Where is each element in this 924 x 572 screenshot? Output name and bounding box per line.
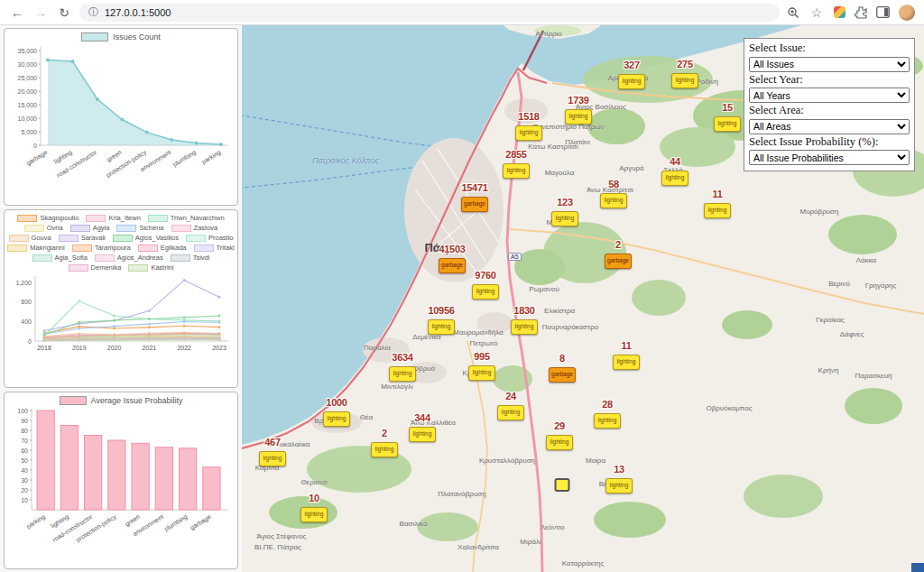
map-label: Οβρυόκαμπος <box>706 404 752 412</box>
svg-text:90: 90 <box>21 417 28 423</box>
areas-legend-item[interactable]: Agios_Vasilios <box>113 234 179 243</box>
areas-legend-item[interactable]: Ovria <box>24 224 63 233</box>
map-label: Κρυσταλλόβρυση <box>479 457 535 465</box>
toolbar-right-icons: ☆ <box>787 5 915 21</box>
svg-text:2023: 2023 <box>212 345 226 351</box>
map-marker-lighting[interactable]: 344lighting <box>409 413 436 442</box>
areas-legend-item[interactable]: Proastio <box>186 234 234 243</box>
map-marker-garbage[interactable]: 2garbage <box>605 240 632 269</box>
profile-avatar[interactable] <box>899 5 915 21</box>
map-label: Κάτω Καστρίτσι <box>528 143 578 151</box>
map-marker-garbage[interactable]: 8garbage <box>549 354 576 383</box>
areas-legend-item[interactable]: Agyia <box>70 224 110 233</box>
areas-legend-item[interactable]: Gouva <box>9 234 51 243</box>
areas-legend-item[interactable]: Eglikada <box>138 244 187 253</box>
svg-text:800: 800 <box>21 300 32 306</box>
map-marker-lighting[interactable]: 10lighting <box>300 494 328 522</box>
map-marker-lighting[interactable]: 327lighting <box>618 60 645 89</box>
map-marker-garbage[interactable]: 41503garbage <box>439 244 466 273</box>
map-label: Άγιος Στέφανος <box>257 532 307 540</box>
issues-count-legend-label: Issues Count <box>113 32 161 42</box>
site-info-icon[interactable]: ⓘ <box>88 5 98 19</box>
refresh-icon[interactable]: ↻ <box>56 6 72 19</box>
map-marker-lighting[interactable]: 11lighting <box>704 189 731 218</box>
extension-icon[interactable] <box>834 6 845 18</box>
year-filter-select[interactable]: All Years <box>749 88 910 103</box>
areas-legend-item[interactable]: Kria_Itewn <box>86 214 140 223</box>
map-marker-garbage[interactable]: 15471garbage <box>461 183 488 212</box>
map-label: Δάφνες <box>840 330 864 338</box>
map-container[interactable]: Πατραϊκός ΚόλποςΑντίρριοΑραχωβίτικαΚάτω … <box>242 25 924 572</box>
url-bar[interactable]: ⓘ 127.0.0.1:5000 <box>79 4 780 22</box>
area-filter-label: Select Area: <box>749 104 910 117</box>
map-marker-lighting[interactable]: 11lighting <box>613 341 640 370</box>
probability-filter-label: Select Issue Probability (%): <box>749 135 910 149</box>
issue-filter-label: Select Issue: <box>749 42 910 55</box>
map-label: Χαλανδρίτσα <box>457 543 499 551</box>
map-marker-lighting[interactable]: 2lighting <box>371 429 398 457</box>
areas-legend-item[interactable]: Tarampoura <box>72 244 131 253</box>
map-marker-lighting[interactable]: 467lighting <box>259 438 286 466</box>
forward-icon[interactable]: → <box>32 6 49 19</box>
areas-legend-item[interactable]: Kastrini <box>128 263 173 272</box>
map-marker-lighting[interactable]: 44lighting <box>661 157 688 186</box>
map-label: ΒΙ.ΠΕ. Πάτρας <box>254 543 301 551</box>
issues-count-legend-swatch <box>81 32 108 42</box>
map-label: Καταρράκτης <box>562 559 605 567</box>
browser-toolbar: ← → ↻ ⓘ 127.0.0.1:5000 ☆ <box>0 0 924 25</box>
map-label: Μοίρα <box>586 457 605 465</box>
areas-legend-item[interactable]: Agios_Andreas <box>95 254 163 263</box>
probability-filter-select[interactable]: All Issue Probabilities <box>749 150 910 165</box>
issue-filter-select[interactable]: All Issues <box>749 57 910 72</box>
areas-legend-item[interactable]: Zastova <box>171 224 218 233</box>
map-label: Πλατανόβρυση <box>438 490 485 498</box>
map-marker-lighting[interactable]: 15lighting <box>714 103 741 132</box>
areas-trend-chart: 04008001,200201820192020202120222023 <box>6 272 236 361</box>
areas-legend-item[interactable]: Makrigianni <box>7 244 64 253</box>
zoom-icon[interactable] <box>787 6 799 19</box>
map-marker-lighting[interactable]: 3634lighting <box>389 353 416 382</box>
map-marker-lighting[interactable]: 2855lighting <box>503 150 530 179</box>
map-marker-lighting[interactable]: 10956lighting <box>428 306 455 335</box>
map-marker-lighting[interactable]: 24lighting <box>497 392 524 420</box>
map-marker-lighting[interactable]: 9760lighting <box>472 271 499 300</box>
areas-legend-item[interactable]: Demenika <box>69 263 122 272</box>
svg-text:400: 400 <box>21 318 32 325</box>
map-marker-lighting[interactable]: 275lighting <box>671 60 698 88</box>
map-label: Ρωμανού <box>529 285 559 293</box>
side-panel-icon[interactable] <box>876 6 890 18</box>
areas-legend-item[interactable]: Agia_Sofia <box>32 254 88 263</box>
map-marker-selected[interactable] <box>555 478 570 494</box>
svg-text:road-constructor: road-constructor <box>51 512 94 542</box>
map-marker-lighting[interactable]: 995lighting <box>468 352 495 381</box>
map-marker-lighting[interactable]: 28lighting <box>594 400 621 429</box>
areas-legend-item[interactable]: Tsivdi <box>171 254 210 263</box>
areas-legend-item[interactable]: Saravali <box>59 234 106 243</box>
map-marker-lighting[interactable]: 1739lighting <box>565 96 592 125</box>
svg-text:10,000: 10,000 <box>18 115 38 122</box>
bookmark-star-icon[interactable]: ☆ <box>808 6 825 19</box>
areas-legend-item[interactable]: Sichena <box>116 224 163 233</box>
map-marker-lighting[interactable]: 29lighting <box>546 421 573 450</box>
map-marker-lighting[interactable]: 123lighting <box>551 198 578 226</box>
svg-text:50: 50 <box>21 457 28 463</box>
map-marker-lighting[interactable]: 1000lighting <box>323 398 350 427</box>
areas-legend-item[interactable]: Triwn_Navarchwn <box>148 214 225 223</box>
map-label: Γρηγόρης <box>865 281 897 290</box>
map-label: Οβρυά <box>413 364 435 373</box>
svg-text:green: green <box>106 149 124 163</box>
map-marker-lighting[interactable]: 1518lighting <box>515 112 542 141</box>
map-marker-lighting[interactable]: 58lighting <box>600 180 627 208</box>
areas-trend-panel: SkagiopoulioKria_ItewnTriwn_NavarchwnOvr… <box>4 209 238 387</box>
area-filter-select[interactable]: All Areas <box>749 119 910 134</box>
extensions-puzzle-icon[interactable] <box>855 6 867 19</box>
svg-text:parking: parking <box>25 513 47 530</box>
map-marker-lighting[interactable]: 1830lighting <box>511 306 538 335</box>
map-label: Παραλία <box>364 344 391 352</box>
map-label: Πατραϊκός Κόλπος <box>312 156 379 165</box>
areas-legend-item[interactable]: Tritaki <box>194 244 235 253</box>
map-marker-lighting[interactable]: 13lighting <box>605 465 633 494</box>
map-label: Μιράλι <box>520 538 541 546</box>
back-icon[interactable]: ← <box>9 6 25 19</box>
areas-legend-item[interactable]: Skagiopoulio <box>17 214 79 223</box>
